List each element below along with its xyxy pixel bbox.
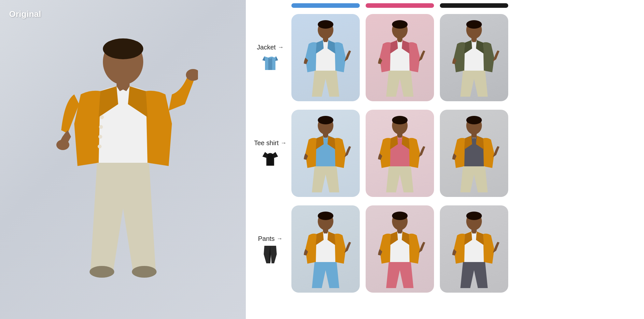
tee-grid <box>291 110 511 197</box>
svg-rect-34 <box>397 229 402 233</box>
svg-point-24 <box>392 116 408 124</box>
tee-label-area: Tee shirt → <box>249 139 291 168</box>
jacket-dark-person <box>448 19 500 97</box>
svg-rect-19 <box>471 37 477 42</box>
pants-pink-person <box>374 210 426 288</box>
pants-icon <box>262 244 279 263</box>
svg-rect-22 <box>323 133 328 138</box>
pants-blue-thumb[interactable] <box>291 205 360 293</box>
original-person-figure <box>48 26 198 293</box>
pink-color-bar[interactable] <box>366 3 434 8</box>
tee-blue-person <box>300 114 352 192</box>
svg-point-9 <box>90 266 114 278</box>
blue-color-bar[interactable] <box>291 3 360 8</box>
jacket-pink-person <box>374 19 426 97</box>
pants-dark-thumb[interactable] <box>440 205 508 293</box>
original-panel: Original <box>0 0 246 319</box>
svg-rect-37 <box>471 229 477 233</box>
svg-point-36 <box>466 212 482 220</box>
tee-icon <box>262 149 279 168</box>
svg-point-12 <box>318 20 333 29</box>
svg-point-3 <box>100 115 104 119</box>
jacket-blue-person <box>300 19 352 97</box>
pants-blue-person <box>300 210 352 288</box>
jacket-grid <box>291 14 511 101</box>
svg-rect-13 <box>323 37 328 42</box>
tee-blue-thumb[interactable] <box>291 110 360 197</box>
tee-dark-person <box>448 114 500 192</box>
tee-pink-thumb[interactable] <box>366 110 434 197</box>
pants-pink-thumb[interactable] <box>366 205 434 293</box>
svg-point-4 <box>99 125 103 129</box>
tee-label: Tee shirt → <box>254 139 287 147</box>
original-label: Original <box>9 9 41 19</box>
jacket-pink-thumb[interactable] <box>366 14 434 101</box>
svg-point-6 <box>98 145 102 148</box>
pants-row: Pants → <box>249 202 637 296</box>
svg-point-5 <box>98 135 102 139</box>
pants-dark-person <box>448 210 500 288</box>
original-image: Original <box>0 0 246 319</box>
tee-pink-person <box>374 114 426 192</box>
jacket-label-area: Jacket → <box>249 44 291 72</box>
svg-point-30 <box>318 212 333 220</box>
svg-rect-31 <box>323 229 328 233</box>
tee-dark-thumb[interactable] <box>440 110 508 197</box>
svg-point-8 <box>56 140 69 150</box>
svg-point-15 <box>392 20 408 29</box>
color-headers <box>291 3 637 8</box>
jacket-row: Jacket → <box>249 10 637 105</box>
right-panel: Jacket → <box>246 0 644 319</box>
svg-point-18 <box>466 20 482 29</box>
svg-rect-28 <box>471 133 477 138</box>
tee-row: Tee shirt → <box>249 106 637 201</box>
svg-point-10 <box>132 266 157 278</box>
pants-grid <box>291 205 511 293</box>
pants-label-area: Pants → <box>249 235 291 263</box>
pants-label: Pants → <box>258 235 282 243</box>
svg-point-27 <box>466 116 482 124</box>
svg-point-33 <box>392 212 408 220</box>
jacket-icon <box>262 53 279 72</box>
jacket-label: Jacket → <box>257 44 284 51</box>
svg-rect-25 <box>397 133 402 138</box>
jacket-blue-thumb[interactable] <box>291 14 360 101</box>
svg-rect-16 <box>397 37 402 42</box>
svg-point-21 <box>318 116 333 124</box>
black-color-bar[interactable] <box>440 3 508 8</box>
jacket-dark-thumb[interactable] <box>440 14 508 101</box>
svg-point-1 <box>103 38 143 59</box>
